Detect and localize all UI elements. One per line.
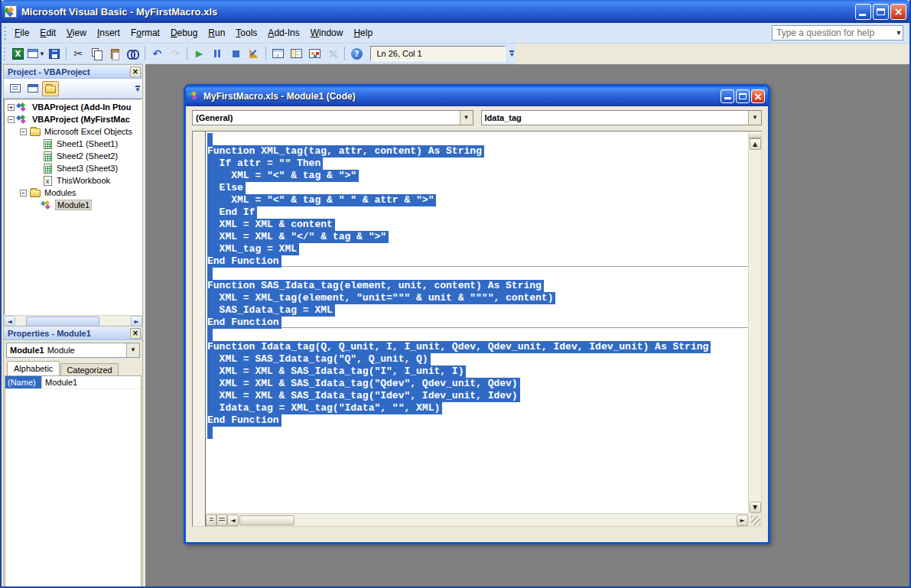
help-search-box[interactable]: ▼	[772, 25, 903, 41]
tree-item-module1[interactable]: Module1	[5, 199, 142, 211]
properties-window-icon[interactable]	[287, 45, 305, 62]
code-line-3[interactable]: If attr = "" Then	[207, 158, 748, 170]
tree-item-vbaproject-add-in-ptou[interactable]: +VBAProject (Add-In Ptou	[5, 101, 142, 113]
help-icon[interactable]: ?	[347, 45, 366, 62]
code-line-22[interactable]: XML = XML & SAS_Idata_tag("Idev", Idev_u…	[207, 390, 748, 402]
view-code-button[interactable]	[7, 81, 24, 96]
code-line-7[interactable]: End If	[207, 206, 748, 219]
menu-file[interactable]: File	[9, 25, 34, 41]
properties-panel-close-icon[interactable]: ×	[130, 328, 141, 339]
find-icon[interactable]	[124, 45, 142, 62]
tree-item-modules[interactable]: −Modules	[5, 187, 142, 199]
tree-item-sheet2-sheet2[interactable]: Sheet2 (Sheet2)	[5, 150, 142, 162]
code-line-12[interactable]	[207, 268, 748, 280]
code-line-2[interactable]: Function XML_tag(tag, attr, content) As …	[207, 145, 748, 158]
code-line-4[interactable]: XML = "<" & tag & ">"	[207, 170, 748, 182]
minimize-button[interactable]	[855, 4, 871, 20]
code-line-16[interactable]: End Function	[207, 317, 748, 328]
code-margin-bar[interactable]	[193, 132, 206, 526]
procedure-view-button[interactable]	[206, 515, 216, 526]
project-explorer-icon[interactable]	[268, 45, 287, 62]
scroll-thumb[interactable]	[26, 317, 99, 326]
toolbar-grip[interactable]	[4, 47, 5, 60]
code-line-21[interactable]: XML = XML & SAS_Idata_tag("Qdev", Qdev_u…	[207, 378, 748, 390]
object-dropdown-icon[interactable]: ▼	[460, 111, 473, 125]
run-sub-icon[interactable]: ▶	[190, 45, 208, 62]
code-line-19[interactable]: XML = SAS_Idata_tag("Q", Q_unit, Q)	[207, 353, 748, 365]
code-line-10[interactable]: XML_tag = XML	[207, 243, 748, 255]
save-icon[interactable]	[45, 45, 63, 62]
menu-debug[interactable]: Debug	[165, 25, 203, 41]
close-button[interactable]: ×	[890, 4, 906, 20]
menu-view[interactable]: View	[61, 25, 92, 41]
object-selector-dropdown-icon[interactable]: ▼	[126, 343, 139, 357]
code-line-11[interactable]: End Function	[207, 255, 748, 267]
tab-alphabetic[interactable]: Alphabetic	[7, 361, 60, 375]
copy-icon[interactable]	[87, 45, 106, 62]
code-line-25[interactable]	[207, 427, 748, 439]
code-line-20[interactable]: XML = XML & SAS_Idata_tag("I", I_unit, I…	[207, 365, 748, 378]
insert-userform-icon[interactable]: ▼	[27, 45, 45, 62]
resize-grip[interactable]	[748, 513, 761, 526]
design-mode-icon[interactable]	[245, 45, 263, 62]
tree-item-sheet3-sheet3[interactable]: Sheet3 (Sheet3)	[5, 162, 142, 174]
toolbox-icon[interactable]	[324, 45, 342, 62]
scroll-right-icon[interactable]: ►	[737, 515, 748, 526]
tree-item-vbaproject-myfirstmac[interactable]: −VBAProject (MyFirstMac	[5, 113, 142, 125]
menu-format[interactable]: Format	[125, 25, 165, 41]
code-text-area[interactable]: Function XML_tag(tag, attr, content) As …	[206, 132, 748, 513]
property-row-name[interactable]: (Name)Module1	[5, 376, 141, 389]
menu-grip[interactable]	[4, 27, 6, 40]
code-line-13[interactable]: Function SAS_Idata_tag(element, unit, co…	[207, 280, 748, 292]
scroll-up-icon[interactable]: ▲	[750, 138, 761, 150]
tree-item-thisworkbook[interactable]: xThisWorkbook	[5, 174, 142, 187]
view-object-button[interactable]	[24, 81, 41, 96]
maximize-button[interactable]	[873, 4, 889, 20]
collapse-icon[interactable]: −	[8, 116, 15, 123]
code-restore-button[interactable]	[736, 89, 750, 103]
undo-icon[interactable]: ↶	[148, 45, 166, 62]
object-browser-icon[interactable]	[305, 45, 324, 62]
hscroll-thumb[interactable]	[239, 515, 294, 525]
procedure-dropdown[interactable]: Idata_tag ▼	[481, 110, 763, 125]
code-line-8[interactable]: XML = XML & content	[207, 219, 748, 231]
menu-add-ins[interactable]: Add-Ins	[262, 25, 304, 41]
help-dropdown-icon[interactable]: ▼	[895, 29, 903, 37]
project-tree-hscrollbar[interactable]: ◄ ►	[4, 315, 142, 326]
code-line-6[interactable]: XML = "<" & tag & " " & attr & ">"	[207, 194, 748, 206]
menu-insert[interactable]: Insert	[92, 25, 125, 41]
project-panel-close-icon[interactable]: ×	[130, 67, 141, 77]
expand-icon[interactable]: +	[8, 104, 15, 111]
view-microsoft-excel-icon[interactable]: X	[8, 45, 27, 62]
menu-edit[interactable]: Edit	[34, 25, 61, 41]
object-selector-combo[interactable]: Module1 Module ▼	[6, 343, 140, 358]
code-line-17[interactable]	[207, 329, 748, 341]
tree-item-microsoft-excel-objects[interactable]: −Microsoft Excel Objects	[5, 125, 142, 138]
tree-item-sheet1-sheet1[interactable]: Sheet1 (Sheet1)	[5, 138, 142, 150]
menu-run[interactable]: Run	[203, 25, 230, 41]
tab-categorized[interactable]: Categorized	[60, 363, 118, 376]
property-name[interactable]: (Name)	[5, 376, 42, 388]
reset-icon[interactable]	[226, 45, 245, 62]
menu-window[interactable]: Window	[305, 25, 349, 41]
menu-tools[interactable]: Tools	[230, 25, 262, 41]
project-toolbar-chevron[interactable]: ▼	[133, 80, 142, 97]
scroll-down-icon[interactable]: ▼	[750, 502, 761, 513]
collapse-icon[interactable]: −	[20, 128, 27, 135]
object-dropdown[interactable]: (General) ▼	[192, 110, 473, 125]
code-window-titlebar[interactable]: MyFirstMacro.xls - Module1 (Code) ×	[186, 86, 768, 106]
paste-icon[interactable]	[106, 45, 124, 62]
redo-icon[interactable]: ↷	[166, 45, 184, 62]
code-line-24[interactable]: End Function	[207, 414, 748, 427]
code-line-18[interactable]: Function Idata_tag(Q, Q_unit, I, I_unit,…	[207, 341, 748, 353]
cut-icon[interactable]: ✂	[69, 45, 87, 62]
toolbar-options-chevron[interactable]: ▼	[509, 45, 516, 62]
code-line-14[interactable]: XML = XML_tag(element, "unit=""" & unit …	[207, 292, 748, 304]
scroll-left-icon[interactable]: ◄	[227, 515, 239, 526]
full-module-view-button[interactable]	[216, 515, 227, 526]
code-hscrollbar[interactable]: ◄ ►	[206, 513, 748, 526]
help-search-input[interactable]	[773, 28, 895, 38]
code-close-button[interactable]: ×	[751, 89, 765, 103]
property-value[interactable]: Module1	[42, 376, 141, 388]
split-handle[interactable]	[749, 132, 761, 138]
